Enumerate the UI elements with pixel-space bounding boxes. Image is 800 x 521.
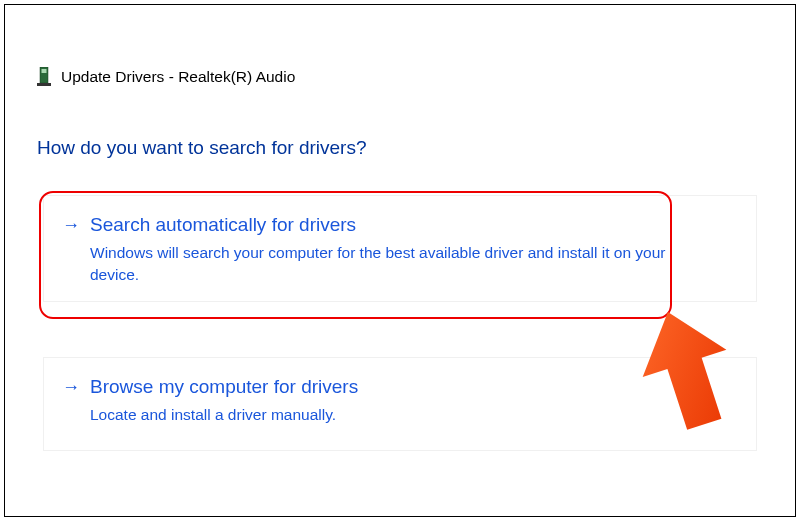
right-arrow-icon: →: [62, 377, 80, 398]
option-search-automatically[interactable]: → Search automatically for drivers Windo…: [43, 195, 757, 302]
dialog-window: Update Drivers - Realtek(R) Audio How do…: [4, 4, 796, 517]
option-browse-computer[interactable]: → Browse my computer for drivers Locate …: [43, 357, 757, 451]
option-description: Locate and install a driver manually.: [90, 404, 710, 426]
device-icon: [37, 67, 51, 87]
option-description: Windows will search your computer for th…: [90, 242, 710, 285]
right-arrow-icon: →: [62, 215, 80, 236]
svg-rect-1: [42, 69, 47, 73]
dialog-header: Update Drivers - Realtek(R) Audio: [37, 67, 295, 87]
svg-rect-2: [37, 83, 51, 86]
option-title-row: → Search automatically for drivers: [62, 214, 738, 236]
option-title-row: → Browse my computer for drivers: [62, 376, 738, 398]
option-title: Search automatically for drivers: [90, 214, 356, 236]
dialog-title: Update Drivers - Realtek(R) Audio: [61, 68, 295, 86]
page-heading: How do you want to search for drivers?: [37, 137, 367, 159]
option-title: Browse my computer for drivers: [90, 376, 358, 398]
